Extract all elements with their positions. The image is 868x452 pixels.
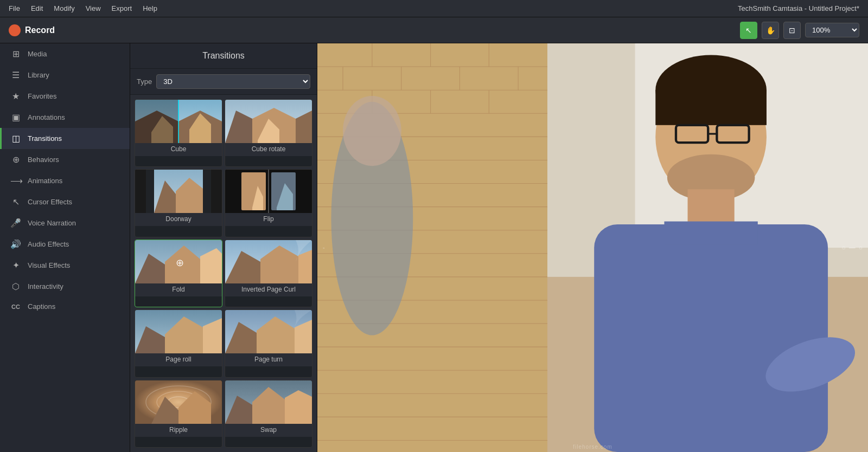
record-label: Record [25, 25, 55, 35]
transition-label-fold: Fold [135, 283, 222, 296]
sidebar-item-cursor-effects[interactable]: ↖ Cursor Effects [0, 191, 130, 212]
transition-thumbnail-swap [225, 380, 312, 424]
menu-modify[interactable]: Modify [54, 4, 74, 12]
transition-thumbnail-page-turn [225, 310, 312, 353]
transition-thumb-ripple [135, 380, 222, 424]
sidebar-item-voice-narration[interactable]: 🎤 Voice Narration [0, 212, 130, 234]
sidebar-label-captions: Captions [28, 302, 55, 311]
toolbar-left: Record [9, 24, 55, 36]
toolbar-right: ↖ ✋ ⊡ 100% 50% 75% 150% 200% [740, 22, 859, 39]
transition-thumbnail-fold: ⊕ [135, 240, 222, 283]
record-icon [9, 24, 21, 36]
sidebar-item-favorites[interactable]: ★ Favorites [0, 86, 130, 107]
transition-label-ripple: Ripple [135, 424, 222, 437]
type-filter-select[interactable]: 3D All Fade Wipe Zoom [156, 74, 310, 89]
transition-thumbnail-cube [135, 100, 222, 143]
transition-cube-rotate[interactable]: Cube rotate [225, 99, 312, 167]
pointer-icon: ↖ [745, 26, 752, 35]
transition-thumbnail-ripple [135, 380, 222, 424]
svg-text:⊕: ⊕ [176, 257, 184, 268]
filter-label: Type [137, 78, 152, 86]
sidebar-item-annotations[interactable]: ▣ Annotations [0, 107, 130, 128]
transition-label-inverted-page-curl: Inverted Page Curl [225, 283, 312, 296]
transition-label-cube-rotate: Cube rotate [225, 143, 312, 156]
transition-label-swap: Swap [225, 424, 312, 437]
watermark: filehorse.com [573, 444, 612, 450]
preview-video: ◦ ○—○ [317, 43, 868, 452]
sidebar-item-visual-effects[interactable]: ✦ Visual Effects [0, 255, 130, 276]
behaviors-icon: ⊕ [10, 154, 21, 165]
library-icon: ☰ [10, 70, 21, 80]
sidebar-label-cursor-effects: Cursor Effects [28, 198, 72, 206]
sidebar-item-library[interactable]: ☰ Library [0, 64, 130, 86]
menu-edit[interactable]: Edit [31, 4, 43, 12]
sidebar-label-behaviors: Behaviors [28, 156, 59, 164]
sidebar-item-animations[interactable]: ⟶ Animations [0, 170, 130, 191]
sidebar-item-behaviors[interactable]: ⊕ Behaviors [0, 149, 130, 170]
transition-thumb-flip [225, 170, 312, 213]
transitions-grid: Cube Cube rotate [130, 95, 317, 452]
voice-narration-icon: 🎤 [10, 218, 21, 228]
app-title: TechSmith Camtasia - Untitled Project* [738, 4, 859, 12]
menu-help[interactable]: Help [143, 4, 157, 12]
menu-view[interactable]: View [86, 4, 101, 12]
transition-label-page-turn: Page turn [225, 353, 312, 366]
audio-effects-icon: 🔊 [10, 239, 21, 249]
sidebar-item-audio-effects[interactable]: 🔊 Audio Effects [0, 234, 130, 255]
sidebar-label-audio-effects: Audio Effects [28, 240, 69, 248]
transition-inverted-page-curl[interactable]: Inverted Page Curl [225, 240, 312, 307]
sidebar-label-voice-narration: Voice Narration [28, 219, 76, 227]
toolbar: Record ↖ ✋ ⊡ 100% 50% 75% 150% 200% [0, 17, 868, 43]
transition-page-turn[interactable]: Page turn [225, 309, 312, 377]
sidebar-item-media[interactable]: ⊞ Media [0, 43, 130, 64]
sidebar-item-captions[interactable]: CC Captions [0, 297, 130, 316]
transition-doorway[interactable]: Doorway [135, 169, 222, 237]
main-content: ⊞ Media ☰ Library ★ Favorites ▣ Annotati… [0, 43, 868, 452]
sidebar: ⊞ Media ☰ Library ★ Favorites ▣ Annotati… [0, 43, 130, 452]
svg-rect-5 [135, 100, 178, 143]
transition-page-roll[interactable]: Page roll [135, 309, 222, 377]
transition-thumb-page-turn [225, 310, 312, 353]
transition-cube[interactable]: Cube [135, 99, 222, 167]
pointer-tool[interactable]: ↖ [740, 22, 757, 39]
svg-rect-85 [655, 90, 767, 125]
transition-ripple[interactable]: Ripple [135, 380, 222, 448]
transition-thumb-cube-rotate [225, 100, 312, 143]
favorites-icon: ★ [10, 91, 21, 101]
transition-label-cube: Cube [135, 143, 222, 156]
panel-title: Transitions [130, 43, 317, 69]
menu-export[interactable]: Export [112, 4, 132, 12]
cursor-effects-icon: ↖ [10, 197, 21, 207]
annotations-icon: ▣ [10, 112, 21, 122]
crop-tool[interactable]: ⊡ [783, 22, 801, 39]
preview-controls-right: ○—○ [842, 244, 863, 251]
transition-thumbnail-inverted-page-curl [225, 240, 312, 283]
zoom-select[interactable]: 100% 50% 75% 150% 200% [805, 23, 859, 37]
menu-file[interactable]: File [9, 4, 20, 12]
transition-fold[interactable]: ⊕ Fold [135, 240, 222, 307]
menu-bar: File Edit Modify View Export Help TechSm… [0, 0, 868, 17]
sidebar-label-visual-effects: Visual Effects [28, 261, 70, 269]
transition-thumb-fold: ⊕ [135, 240, 222, 283]
transition-swap[interactable]: Swap [225, 380, 312, 448]
transition-thumbnail-flip [225, 170, 312, 213]
svg-rect-92 [664, 222, 757, 245]
record-button[interactable]: Record [9, 24, 55, 36]
transition-thumb-inverted-page-curl [225, 240, 312, 283]
sidebar-label-transitions: Transitions [28, 134, 62, 143]
sidebar-item-interactivity[interactable]: ⬡ Interactivity [0, 276, 130, 297]
svg-point-95 [343, 96, 401, 166]
transition-thumbnail-page-roll [135, 310, 222, 353]
transition-label-doorway: Doorway [135, 213, 222, 226]
svg-rect-91 [594, 224, 828, 452]
transitions-icon: ◫ [10, 133, 21, 144]
svg-rect-17 [146, 170, 154, 213]
crop-icon: ⊡ [789, 26, 795, 35]
hand-tool[interactable]: ✋ [762, 22, 779, 39]
transition-flip[interactable]: Flip [225, 169, 312, 237]
panel-filter: Type 3D All Fade Wipe Zoom [130, 69, 317, 95]
sidebar-item-transitions[interactable]: ◫ Transitions [0, 128, 130, 149]
transition-thumb-cube [135, 100, 222, 143]
visual-effects-icon: ✦ [10, 260, 21, 270]
preview-control-left: ◦ [323, 245, 325, 251]
